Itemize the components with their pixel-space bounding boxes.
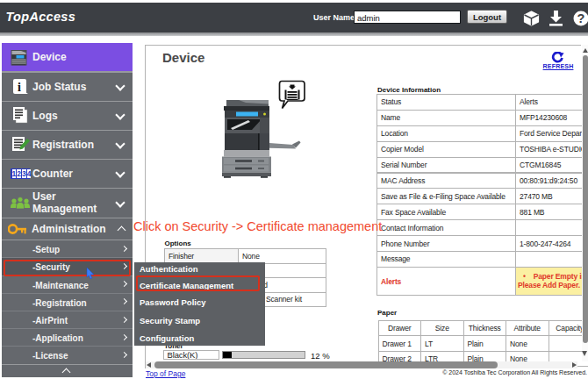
svg-text:i: i (18, 81, 21, 94)
svg-text:?: ? (577, 11, 584, 25)
